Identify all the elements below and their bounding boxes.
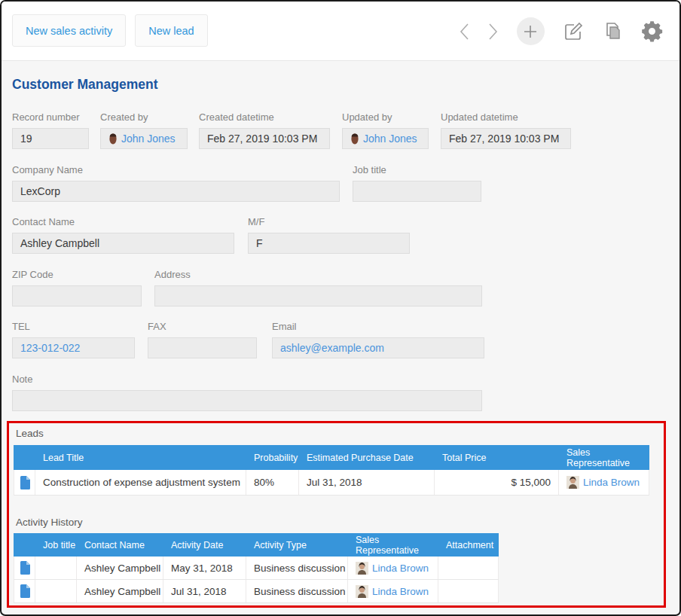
activity-header-activity-type: Activity Type [246,533,348,557]
leads-header-estimated-purchase-date: Estimated Purchase Date [299,445,435,470]
field-created-datetime: Created datetime Feb 27, 2019 10:03 PM [199,111,330,149]
toolbar-buttons: New sales activity New lead [12,14,208,47]
zip-code-label: ZIP Code [12,269,142,280]
new-lead-button[interactable]: New lead [135,14,207,47]
activity-date-cell: May 31, 2018 [163,557,246,579]
field-email: Email ashley@example.com [272,321,484,358]
field-record-number: Record number 19 [12,111,89,149]
activity-history-section-title: Activity History [16,517,83,528]
updated-by-user-link[interactable]: John Jones [363,129,417,148]
edit-record-icon[interactable] [554,21,593,41]
user-avatar-icon [350,133,359,145]
fax-value [148,337,257,358]
job-title-label: Job title [353,164,481,175]
field-tel: TEL 123-012-022 [12,321,135,358]
activity-sales-rep-link[interactable]: Linda Brown [372,586,429,597]
leads-header-lead-title: Lead Title [35,445,246,470]
activity-header-sales-representative: Sales Representative [348,533,438,557]
activity-type-cell: Business discussion [246,557,348,579]
tel-label: TEL [12,321,135,332]
leads-header-total-price: Total Price [435,445,559,470]
record-document-icon[interactable] [20,561,30,575]
lead-estimated-purchase-date-cell: Jul 31, 2018 [299,470,435,495]
record-document-icon[interactable] [20,476,30,489]
fax-label: FAX [148,321,257,332]
leads-header-probability: Probability [246,445,299,470]
activity-attachment-cell [438,580,499,602]
sales-rep-avatar [356,585,368,598]
note-value [12,390,482,411]
leads-table-header: Lead Title Probability Estimated Purchas… [14,445,649,470]
contact-name-value: Ashley Campbell [12,233,234,254]
created-by-user-link[interactable]: John Jones [121,129,176,148]
field-job-title: Job title [353,164,481,202]
activity-header-icon-col [14,533,35,557]
updated-by-label: Updated by [342,111,429,123]
activity-history-table: Job title Contact Name Activity Date Act… [14,533,499,603]
activity-attachment-cell [438,557,499,579]
page-title: Customer Management [12,77,158,93]
activity-sales-rep-link[interactable]: Linda Brown [372,563,429,574]
created-datetime-label: Created datetime [199,111,330,123]
sales-rep-avatar [356,562,368,575]
settings-gear-icon[interactable] [632,20,671,42]
activity-record-cell [14,580,35,602]
lead-sales-representative-cell: Linda Brown [559,470,649,495]
activity-table-row: Ashley Campbell May 31, 2018 Business di… [14,557,499,580]
user-avatar-icon [108,133,118,145]
field-note: Note [12,374,482,411]
field-updated-by: Updated by John Jones [342,111,429,149]
field-contact-name: Contact Name Ashley Campbell [12,216,234,254]
activity-sales-representative-cell: Linda Brown [348,557,438,579]
add-record-icon[interactable] [507,17,554,45]
activity-date-cell: Jul 31, 2018 [163,580,246,602]
next-record-icon[interactable] [478,23,507,41]
email-label: Email [272,321,484,332]
activity-record-cell [14,557,35,579]
record-document-icon[interactable] [20,584,30,598]
activity-job-title-cell [35,580,77,602]
activity-header-job-title: Job title [35,533,77,557]
lead-record-cell [14,470,35,495]
activity-contact-name-cell: Ashley Campbell [77,580,163,602]
lead-sales-rep-link[interactable]: Linda Brown [583,477,640,488]
lead-probability-cell: 80% [246,470,299,495]
field-created-by: Created by John Jones [100,111,188,149]
contact-name-label: Contact Name [12,216,234,227]
tel-value: 123-012-022 [12,337,135,358]
field-mf: M/F F [248,216,410,254]
leads-table-row: Construction of expense adjustment syste… [14,470,649,496]
field-updated-datetime: Updated datetime Feb 27, 2019 10:03 PM [441,111,571,149]
prev-record-icon[interactable] [450,23,478,41]
add-record-circle [517,17,545,45]
field-zip-code: ZIP Code [12,269,142,306]
activity-contact-name-cell: Ashley Campbell [77,557,163,579]
activity-table-header: Job title Contact Name Activity Date Act… [14,533,499,557]
activity-header-attachment: Attachment [438,533,499,557]
mf-label: M/F [248,216,410,227]
activity-sales-representative-cell: Linda Brown [348,580,438,602]
activity-header-contact-name: Contact Name [77,533,163,557]
activity-job-title-cell [35,557,77,579]
address-label: Address [154,269,482,280]
field-company-name: Company Name LexCorp [12,164,340,202]
leads-section-title: Leads [16,428,44,439]
lead-title-cell: Construction of expense adjustment syste… [35,470,246,495]
new-sales-activity-button[interactable]: New sales activity [12,14,126,47]
updated-datetime-value: Feb 27, 2019 10:03 PM [441,128,571,149]
leads-header-sales-representative: Sales Representative [559,445,649,470]
toolbar-icons [450,2,671,61]
email-link[interactable]: ashley@example.com [280,338,384,358]
leads-table: Lead Title Probability Estimated Purchas… [14,445,649,496]
duplicate-record-icon[interactable] [593,21,632,41]
field-address: Address [154,269,482,306]
sales-rep-avatar [566,476,579,489]
record-number-label: Record number [12,111,89,123]
created-datetime-value: Feb 27, 2019 10:03 PM [199,128,330,149]
leads-header-icon-col [14,445,35,470]
activity-type-cell: Business discussion [246,580,348,602]
updated-datetime-label: Updated datetime [441,111,571,123]
zip-code-value [12,285,142,306]
tel-link[interactable]: 123-012-022 [20,338,80,358]
lead-total-price-cell: $ 15,000 [435,470,559,495]
